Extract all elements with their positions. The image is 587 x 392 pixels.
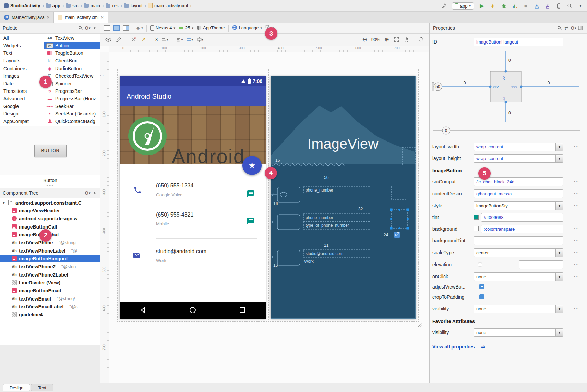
tab-mainactivity-java[interactable]: C MainActivity.java × xyxy=(0,12,54,23)
chevron-more-icon[interactable]: ▾ xyxy=(577,3,584,9)
constraint-widget[interactable]: 50 >>> <<< >> >> 0 0 0 0 0 xyxy=(430,50,583,137)
gear-icon[interactable]: ⚙▾ xyxy=(84,189,91,196)
contentdescription-field[interactable]: g/hangout_messa xyxy=(474,189,563,198)
palette-category-widgets[interactable]: Widgets xyxy=(0,42,44,49)
layout-width-dropdown[interactable]: wrap_content▼ xyxy=(474,143,563,151)
more-options-icon[interactable]: ⋯ xyxy=(574,273,579,279)
expand-arrow-icon[interactable]: ▼ xyxy=(2,201,6,205)
tree-row-textviewphone[interactable]: AbtextViewPhone– "@string xyxy=(0,238,100,246)
sync-gradle-icon[interactable] xyxy=(534,3,540,9)
split-mode-icon[interactable] xyxy=(123,25,129,31)
visibility-dropdown[interactable]: none▼ xyxy=(474,305,563,313)
margin-dropdown-icon[interactable]: ▾ xyxy=(162,37,168,43)
pack-icon[interactable]: ▾ xyxy=(187,37,193,43)
button-preview[interactable]: BUTTON xyxy=(34,145,67,157)
zoom-out-icon[interactable]: ⊖ xyxy=(362,36,367,43)
palette-item-progressbar-horizontal[interactable]: ▬ProgressBar (Horiz xyxy=(44,95,100,102)
line-divider[interactable] xyxy=(156,238,257,239)
more-options-icon[interactable]: ⋯ xyxy=(574,178,579,184)
more-options-icon[interactable]: ⋯ xyxy=(574,305,579,311)
resize-handle[interactable] xyxy=(417,322,422,328)
gear-icon[interactable]: ⚙▾ xyxy=(84,25,91,32)
search-icon[interactable] xyxy=(556,25,563,32)
favorite-visibility-dropdown[interactable]: none▼ xyxy=(474,328,563,337)
run-config-dropdown[interactable]: app▾ xyxy=(452,2,474,10)
background-field[interactable]: :color/transpare xyxy=(481,225,563,233)
email-address[interactable]: studio@android.com xyxy=(156,248,206,255)
email-label[interactable]: Work xyxy=(156,258,166,263)
breadcrumb-main[interactable]: main xyxy=(84,3,100,8)
zoom-to-fit-icon[interactable] xyxy=(393,37,399,43)
more-options-icon[interactable]: ⋯ xyxy=(574,214,579,220)
scaletype-dropdown[interactable]: center▼ xyxy=(474,248,563,257)
palette-item-quickcontactbadge[interactable]: QuickContactBadg xyxy=(44,118,100,125)
minimize-panel-icon[interactable] xyxy=(577,25,584,32)
stop-icon[interactable]: ■ xyxy=(523,3,529,9)
guidelines-icon[interactable]: ▾ xyxy=(197,37,203,43)
search-everywhere-icon[interactable] xyxy=(566,3,573,9)
more-options-icon[interactable]: ⋯ xyxy=(574,143,579,149)
onclick-dropdown[interactable]: none▼ xyxy=(474,272,563,281)
margin-bottom-value[interactable]: 0 xyxy=(508,111,511,115)
margin-left-value[interactable]: 0 xyxy=(464,81,466,85)
palette-item-spinner[interactable]: ▾Spinner xyxy=(44,80,100,87)
blueprint-imagebutton[interactable] xyxy=(391,185,407,199)
tree-row-constraintlayout[interactable]: ▼android.support.constraint.C xyxy=(0,199,100,207)
chat-icon[interactable] xyxy=(247,189,255,198)
tab-design[interactable]: Design xyxy=(3,384,30,391)
clear-constraints-icon[interactable] xyxy=(130,37,136,43)
tree-row-textviewemaillabel[interactable]: AbtextViewEmailLabel– "@s xyxy=(0,303,100,310)
more-options-icon[interactable]: ⋯ xyxy=(574,225,579,232)
blueprint-selected-element[interactable] xyxy=(391,210,408,228)
tint-color-swatch[interactable] xyxy=(474,215,479,220)
theme-dropdown[interactable]: AppTheme xyxy=(197,25,225,30)
palette-category-images[interactable]: Images xyxy=(0,72,44,80)
palette-item-checkbox[interactable]: ☑CheckBox xyxy=(44,57,100,64)
palette-category-containers[interactable]: Containers xyxy=(0,65,44,72)
tree-row-textviewphone2[interactable]: AbtextViewPhone2– "@strin xyxy=(0,262,100,270)
palette-item-checkedtextview[interactable]: ☑CheckedTextView xyxy=(44,72,100,80)
run-icon[interactable]: ▶ xyxy=(479,3,485,9)
tree-row-guideline4[interactable]: guideline4 xyxy=(0,310,100,318)
api-dropdown[interactable]: 25▾ xyxy=(179,25,193,30)
tree-row-textviewemail[interactable]: AbtextViewEmail– "@string/ xyxy=(0,295,100,303)
more-options-icon[interactable]: ⋯ xyxy=(574,202,579,208)
sdk-manager-icon[interactable] xyxy=(544,3,551,9)
bias-value[interactable]: 50 xyxy=(435,84,440,89)
tree-row-imageviewheader[interactable]: imageViewHeader xyxy=(0,207,100,215)
elevation-slider-thumb[interactable] xyxy=(478,262,482,267)
palette-category-all[interactable]: All xyxy=(0,34,44,42)
fab-star-button[interactable]: ★ xyxy=(242,156,262,175)
more-options-icon[interactable]: ⋯ xyxy=(574,261,579,267)
breadcrumb-app[interactable]: app xyxy=(46,3,60,8)
layout-height-dropdown[interactable]: wrap_content▼ xyxy=(474,154,563,163)
blueprint-mode-icon[interactable] xyxy=(113,25,120,31)
align-icon[interactable]: ▾ xyxy=(177,37,183,43)
default-margin-value[interactable]: 8 xyxy=(155,37,158,42)
tree-row-textviewphone2label[interactable]: AbtextViewPhone2Label xyxy=(0,271,100,279)
croptopadding-checkbox[interactable] xyxy=(479,294,484,299)
palette-item-togglebutton[interactable]: ToggleButton xyxy=(44,49,100,57)
palette-category-text[interactable]: Text xyxy=(0,49,44,57)
palette-item-textview[interactable]: AbTextView xyxy=(44,34,100,42)
backgroundtint-field[interactable] xyxy=(474,236,563,245)
palette-category-google[interactable]: Google xyxy=(0,102,44,110)
tree-row-design-widget[interactable]: +android.support.design.w xyxy=(0,215,100,222)
palette-category-date[interactable]: Date xyxy=(0,80,44,87)
blueprint-view[interactable]: ImageView 16 56 phone_number 16 32 phone… xyxy=(271,76,416,319)
palette-category-layouts[interactable]: Layouts xyxy=(0,57,44,64)
tab-main-activity-xml[interactable]: main_activity.xml × xyxy=(54,12,108,23)
splitter-handle[interactable]: ●●● xyxy=(0,184,100,187)
tree-row-imagebuttonhangout[interactable]: imageButtonHangout xyxy=(0,255,100,262)
design-mode-icon[interactable] xyxy=(104,25,110,31)
more-options-icon[interactable]: ⋯ xyxy=(574,329,579,335)
swap-panel-icon[interactable]: ⇄ xyxy=(563,25,570,32)
show-options-eye-icon[interactable] xyxy=(105,37,111,43)
chat-icon[interactable] xyxy=(247,217,255,225)
palette-item-progressbar[interactable]: ↻ProgressBar xyxy=(44,87,100,95)
margin-top-value[interactable]: 0 xyxy=(508,58,511,63)
pan-hand-icon[interactable] xyxy=(404,37,410,43)
phone-number-1[interactable]: (650) 555-1234 xyxy=(156,183,193,189)
palette-category-appcompat[interactable]: AppCompat xyxy=(0,118,44,125)
resize-icon[interactable] xyxy=(394,232,400,238)
